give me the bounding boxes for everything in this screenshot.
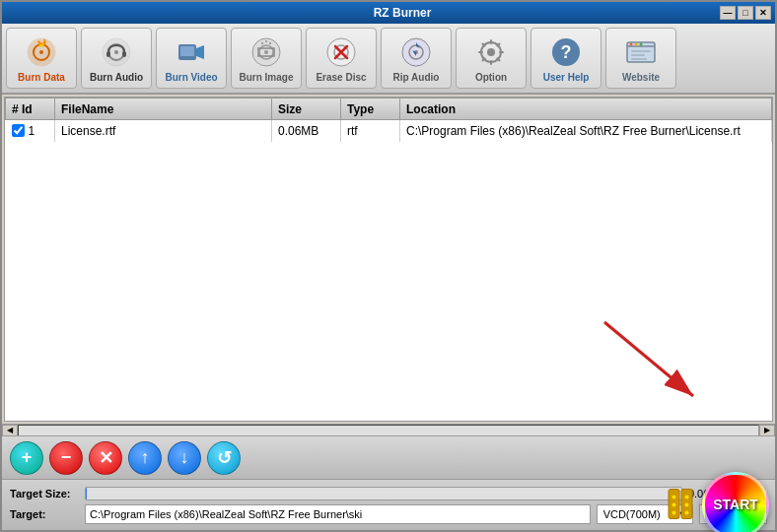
col-header-location: Location [400, 99, 772, 120]
svg-rect-30 [631, 58, 647, 60]
minimize-button[interactable]: — [720, 6, 736, 20]
svg-rect-6 [106, 51, 110, 57]
table-header-row: # Id FileName Size Type Location [6, 99, 772, 120]
svg-line-32 [604, 322, 693, 396]
option-label: Option [475, 72, 507, 83]
svg-marker-9 [196, 45, 204, 59]
burn-image-button[interactable]: Burn Image [231, 28, 302, 89]
table-cell-location: C:\Program Files (x86)\RealZeal Soft\RZ … [400, 120, 772, 142]
user-help-button[interactable]: ? User Help [530, 28, 601, 89]
svg-point-13 [264, 50, 268, 54]
titlebar: RZ Burner — □ ✕ [2, 2, 775, 24]
svg-rect-28 [631, 50, 651, 52]
file-table: # Id FileName Size Type Location 1 Licen… [5, 98, 772, 142]
col-header-filename: FileName [55, 99, 272, 120]
table-cell-filename: License.rtf [55, 120, 272, 142]
row-checkbox[interactable] [12, 124, 25, 137]
option-icon [473, 34, 509, 70]
maximize-button[interactable]: □ [738, 6, 753, 20]
website-button[interactable]: Website [605, 28, 676, 89]
col-header-id: # Id [6, 99, 55, 120]
burn-data-button[interactable]: Burn Data [6, 28, 77, 89]
target-size-row: Target Size: 0.06M/700M 0% [10, 487, 767, 500]
move-down-button[interactable]: ↓ [168, 441, 201, 475]
rip-audio-label: Rip Audio [393, 72, 440, 83]
refresh-button[interactable]: ↺ [207, 441, 241, 475]
erase-disc-label: Erase Disc [316, 72, 366, 83]
progress-bar-container [85, 487, 682, 500]
start-label: START [713, 498, 758, 512]
action-bar: + − ✕ ↑ ↓ ↺ [2, 435, 775, 479]
svg-point-35 [672, 495, 676, 499]
burn-audio-button[interactable]: Burn Audio [81, 28, 152, 89]
svg-point-25 [630, 42, 633, 45]
table-row: 1 License.rtf 0.06MB rtf C:\Program File… [6, 120, 772, 142]
svg-point-39 [672, 510, 676, 514]
burn-video-button[interactable]: Burn Video [156, 28, 227, 89]
main-window: RZ Burner — □ ✕ Burn Data [0, 0, 777, 532]
svg-rect-29 [631, 54, 645, 56]
website-icon [623, 34, 659, 70]
erase-disc-icon [323, 34, 359, 70]
svg-point-37 [672, 502, 676, 506]
svg-point-36 [685, 495, 689, 499]
cancel-button[interactable]: ✕ [89, 441, 122, 475]
row-id-value: 1 [29, 124, 35, 138]
burn-audio-label: Burn Audio [90, 72, 143, 83]
target-row: Target: VCD(700M) DVD(4.7G) DVD DL(8.5G)… [10, 504, 767, 524]
svg-rect-10 [180, 46, 194, 56]
progress-bar-fill [86, 488, 87, 499]
move-up-button[interactable]: ↑ [128, 441, 162, 475]
toolbar: Burn Data Burn Audio [2, 24, 775, 95]
table-cell-type: rtf [341, 120, 400, 142]
rip-audio-icon [398, 34, 434, 70]
close-button[interactable]: ✕ [755, 6, 771, 20]
add-file-button[interactable]: + [10, 441, 43, 475]
svg-point-21 [487, 48, 495, 56]
svg-point-40 [685, 510, 689, 514]
target-size-label: Target Size: [10, 488, 79, 499]
option-button[interactable]: Option [456, 28, 527, 89]
window-title: RZ Burner [85, 6, 720, 20]
svg-point-38 [685, 502, 689, 506]
svg-text:?: ? [561, 42, 572, 62]
scroll-track[interactable] [18, 425, 759, 436]
svg-point-27 [640, 42, 643, 45]
burn-data-label: Burn Data [18, 72, 65, 83]
window-controls: — □ ✕ [720, 6, 771, 20]
file-table-container: # Id FileName Size Type Location 1 Licen… [4, 97, 773, 422]
svg-point-2 [39, 50, 43, 54]
burn-audio-icon [99, 34, 134, 70]
burn-video-label: Burn Video [165, 72, 217, 83]
svg-point-5 [114, 50, 118, 54]
svg-point-26 [635, 42, 638, 45]
rip-audio-button[interactable]: Rip Audio [381, 28, 452, 89]
target-label: Target: [10, 508, 79, 520]
user-help-label: User Help [543, 72, 590, 83]
svg-rect-7 [122, 51, 126, 57]
burn-data-icon [24, 34, 59, 70]
burn-image-icon [248, 34, 284, 70]
scroll-right-arrow[interactable]: ▶ [759, 425, 775, 436]
table-cell-id: 1 [6, 120, 55, 142]
table-cell-size: 0.06MB [272, 120, 341, 142]
burn-image-label: Burn Image [239, 72, 293, 83]
horizontal-scrollbar[interactable]: ◀ ▶ [2, 424, 775, 435]
col-header-size: Size [272, 99, 341, 120]
website-label: Website [622, 72, 660, 83]
erase-disc-button[interactable]: Erase Disc [306, 28, 377, 89]
col-header-type: Type [341, 99, 400, 120]
settings-icon[interactable] [667, 487, 694, 523]
remove-file-button[interactable]: − [49, 441, 83, 475]
start-button[interactable]: START [702, 472, 769, 533]
status-bar: Target Size: 0.06M/700M 0% Target: VCD(7… [2, 479, 775, 530]
user-help-icon: ? [548, 34, 584, 70]
target-path-input[interactable] [85, 504, 591, 524]
red-arrow [595, 312, 713, 411]
scroll-left-arrow[interactable]: ◀ [2, 425, 18, 436]
burn-video-icon [174, 34, 209, 70]
